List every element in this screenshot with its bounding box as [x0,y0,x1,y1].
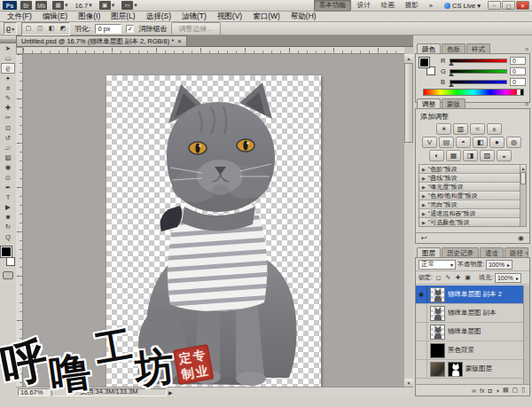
expand-arrow-icon[interactable]: ▶ [422,211,426,216]
visibility-toggle[interactable]: ◉ [416,286,427,303]
view-extras-button[interactable]: ▦▾ [51,1,70,11]
exposure-icon[interactable]: ± [487,123,502,135]
add-selection-icon[interactable]: ◫ [35,24,45,34]
mini-bridge-icon[interactable]: Mb [35,1,47,10]
black-white-icon[interactable]: ◧ [473,137,488,148]
threshold-icon[interactable]: ◨ [463,150,478,161]
antialias-checkbox[interactable]: ✓ [126,25,134,33]
layer-thumbnail[interactable] [430,343,445,358]
new-group-icon[interactable]: ▤ [503,387,509,394]
scroll-up-icon[interactable]: ▲ [404,54,413,62]
photo-filter-icon[interactable]: ● [489,137,505,148]
feather-input[interactable]: 0 px [95,24,121,34]
lasso-tool[interactable]: ϱ [1,63,15,73]
tab-color[interactable]: 颜色 [417,43,441,53]
expand-arrow-icon[interactable]: ▶ [422,184,426,190]
layer-row-cat-copy2[interactable]: ◉ 猫咪单层图 副本 2 [416,286,523,304]
clone-stamp-tool[interactable]: Ω [1,123,15,133]
blue-value[interactable]: 0 [510,78,526,86]
adjustment-layer-icon[interactable]: ◑ [496,387,499,394]
blur-tool[interactable]: ◉ [1,162,15,172]
new-selection-icon[interactable]: ▢ [23,24,34,34]
preset-selective-color[interactable]: ▶“可选颜色”预设 [419,218,526,227]
intersect-selection-icon[interactable]: ◩ [58,24,68,34]
shape-tool[interactable]: ■ [1,212,15,222]
status-menu-arrow-icon[interactable]: ▶ [168,389,173,395]
layer-thumbnail[interactable] [430,325,445,340]
refine-edge-button[interactable]: 调整边缘… [171,22,221,35]
background-color-swatch[interactable] [426,67,435,75]
panel-menu-icon[interactable]: ≡ [525,101,528,107]
channel-mixer-icon[interactable]: ◍ [506,137,521,148]
minimize-button[interactable]: – [488,1,501,10]
vibrance-icon[interactable]: V [422,137,437,148]
preset-exposure[interactable]: ▶“曝光度”预设 [419,183,526,192]
type-tool[interactable]: T [1,192,15,202]
scroll-down-icon[interactable]: ▼ [404,379,413,387]
layer-thumbnail[interactable] [430,362,445,377]
current-tool-well[interactable]: ϱ ▾ [4,22,17,35]
move-tool[interactable]: ➤ [1,43,15,53]
screen-mode-button[interactable]: ▭▾ [120,1,139,11]
tab-close-icon[interactable]: × [177,37,181,45]
tab-adjustments[interactable]: 调整 [417,98,441,108]
delete-layer-icon[interactable]: ▯ [521,387,525,394]
subtract-selection-icon[interactable]: ◧ [46,24,57,34]
green-value[interactable]: 0 [510,67,526,75]
invert-icon[interactable]: ◐ [429,150,444,161]
arrange-documents-button[interactable]: ▣▾ [98,1,117,11]
red-value[interactable]: 0 [510,57,526,65]
close-button[interactable]: ✕ [516,1,529,10]
layers-scrollbar[interactable] [523,286,529,384]
panel-menu-icon[interactable]: ≡ [525,250,528,256]
layer-mask-thumbnail[interactable] [448,362,463,377]
menu-filter[interactable]: 滤镜(T) [176,12,212,22]
tab-channels[interactable]: 通道 [480,247,504,257]
tab-masks[interactable]: 蒙版 [442,98,466,108]
hue-saturation-icon[interactable]: ▤ [439,137,454,148]
slider-handle[interactable] [449,83,454,87]
add-layer-mask-icon[interactable]: ◘ [488,387,491,394]
spinner-arrow-icon[interactable]: ▸ [516,275,519,281]
status-zoom-input[interactable]: 16.67% [18,388,50,396]
layer-thumbnail[interactable] [430,306,445,321]
blue-slider[interactable] [450,80,507,84]
dodge-tool[interactable]: ⊙ [1,172,15,182]
green-slider[interactable] [450,69,507,74]
quick-mask-button[interactable] [3,271,13,279]
expand-arrow-icon[interactable]: ▶ [422,167,426,172]
bridge-icon[interactable]: Br [20,1,32,10]
workspace-photography-button[interactable]: 摄影 [401,0,423,11]
eyedropper-tool[interactable]: ✎ [1,93,15,103]
rotate-view-tool[interactable]: ↻ [1,222,15,231]
scroll-up-icon[interactable]: ▲ [520,165,526,171]
tab-layers[interactable]: 图层 [417,247,441,257]
marquee-tool[interactable]: ▭ [1,53,15,63]
blend-mode-dropdown[interactable]: 正常 ▾ [419,260,456,270]
pen-tool[interactable]: ✒ [1,183,15,192]
foreground-color-swatch[interactable] [419,58,429,67]
gradient-tool[interactable]: ▧ [1,153,15,162]
layer-row-cat[interactable]: 猫咪单层图 [416,323,523,341]
panel-menu-icon[interactable]: ≡ [525,46,528,52]
menu-edit[interactable]: 编辑(E) [37,12,73,22]
lock-position-icon[interactable]: ✚ [454,274,462,281]
opacity-input[interactable]: 100% ▸ [486,260,512,270]
visibility-toggle[interactable] [416,323,427,340]
foreground-color-swatch[interactable] [1,247,12,257]
expand-arrow-icon[interactable]: ▶ [422,220,426,225]
restore-button[interactable]: ▢ [502,1,515,10]
menu-select[interactable]: 选择(S) [141,12,176,22]
brightness-contrast-icon[interactable]: ☀ [436,123,451,135]
canvas-transparency-checkerboard[interactable] [106,75,321,387]
preset-hue-saturation[interactable]: ▶“色相/饱和度”预设 [419,192,526,200]
visibility-toggle[interactable] [416,341,427,359]
lock-pixels-icon[interactable]: ✎ [444,274,452,281]
return-to-list-icon[interactable]: ↩ [421,234,427,242]
layer-row-black-background[interactable]: 黑色背景 [416,341,523,360]
quick-selection-tool[interactable]: ✦ [1,74,15,83]
preset-channel-mixer[interactable]: ▶“通道混和器”预设 [419,209,526,218]
expand-arrow-icon[interactable]: ▶ [422,193,426,199]
selective-color-icon[interactable]: ◒ [497,150,512,161]
menu-view[interactable]: 视图(V) [212,12,247,22]
